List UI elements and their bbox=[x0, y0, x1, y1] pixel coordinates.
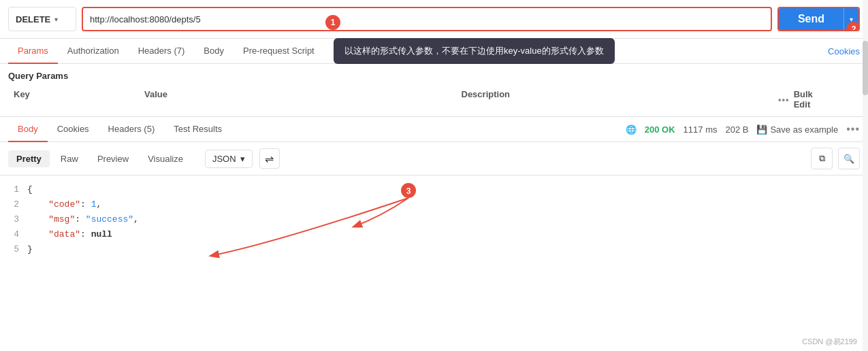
fmt-tab-raw[interactable]: Raw bbox=[52, 150, 86, 167]
json-key-data: "data" bbox=[48, 229, 80, 239]
line-number-4: 4 bbox=[0, 227, 27, 242]
code-content-5: } bbox=[27, 242, 868, 257]
code-line-5: 5 } bbox=[0, 242, 868, 257]
format-select[interactable]: JSON ▾ bbox=[205, 150, 253, 168]
code-content-2: "code": 1, bbox=[27, 197, 868, 212]
save-icon: 💾 bbox=[756, 124, 767, 135]
resp-tab-cookies[interactable]: Cookies bbox=[48, 117, 99, 142]
response-tabs-bar: Body Cookies Headers (5) Test Results 🌐 … bbox=[0, 117, 868, 142]
col-description-header: Description bbox=[462, 89, 779, 110]
json-key-code: "code" bbox=[48, 199, 80, 210]
resp-tab-headers[interactable]: Headers (5) bbox=[99, 117, 165, 142]
watermark: CSDN @易2199 bbox=[802, 337, 857, 347]
annotation-badge-1: 1 bbox=[325, 15, 340, 30]
json-key-msg: "msg" bbox=[48, 214, 75, 224]
copy-button[interactable]: ⧉ bbox=[811, 148, 833, 169]
wrap-lines-button[interactable]: ⇌ bbox=[259, 148, 280, 169]
line-number-5: 5 bbox=[0, 242, 27, 257]
params-table-header: Key Value Description ••• Bulk Edit bbox=[8, 86, 860, 112]
response-size: 202 B bbox=[725, 124, 748, 135]
code-content-1: { bbox=[27, 182, 868, 197]
response-time: 1117 ms bbox=[684, 124, 718, 135]
line-number-1: 1 bbox=[0, 182, 27, 197]
response-section: Body Cookies Headers (5) Test Results 🌐 … bbox=[0, 117, 868, 271]
tooltip: 以这样的形式传入参数，不要在下边使用key-value的形式传入参数 bbox=[334, 38, 615, 64]
col-key-header: Key bbox=[8, 89, 144, 110]
line-number-2: 2 bbox=[0, 197, 27, 212]
send-button-wrap: Send ▾ 2 bbox=[777, 7, 860, 31]
globe-icon: 🌐 bbox=[626, 124, 637, 135]
json-val-msg: "success" bbox=[86, 214, 133, 224]
copy-icon: ⧉ bbox=[819, 153, 825, 164]
url-input-wrap bbox=[82, 7, 772, 31]
send-button[interactable]: Send bbox=[779, 8, 843, 30]
query-params-title: Query Params bbox=[8, 71, 860, 81]
code-area: 1 { 2 "code": 1, 3 "msg": "success", 4 "… bbox=[0, 176, 868, 271]
response-status: 200 OK bbox=[645, 124, 675, 135]
json-val-code: 1 bbox=[91, 199, 97, 210]
format-bar: Pretty Raw Preview Visualize JSON ▾ ⇌ ⧉ … bbox=[0, 142, 868, 176]
code-content-3: "msg": "success", bbox=[27, 212, 868, 227]
col-actions: ••• Bulk Edit bbox=[778, 89, 805, 110]
tab-prerequest[interactable]: Pre-request Script bbox=[234, 39, 324, 64]
response-more-options[interactable]: ••• bbox=[846, 123, 860, 135]
tab-params[interactable]: Params bbox=[8, 39, 58, 64]
save-as-example-button[interactable]: 💾 Save as example bbox=[756, 124, 838, 135]
more-options-icon[interactable]: ••• bbox=[778, 95, 790, 105]
annotation-badge-2: 2 bbox=[846, 22, 860, 31]
code-content-4: "data": null bbox=[27, 227, 868, 242]
save-example-label: Save as example bbox=[770, 124, 838, 135]
chevron-down-icon: ▾ bbox=[54, 16, 58, 23]
code-line-1: 1 { bbox=[0, 182, 868, 197]
scrollbar-thumb[interactable] bbox=[863, 41, 868, 95]
format-chevron-icon: ▾ bbox=[240, 154, 245, 164]
resp-tab-body[interactable]: Body bbox=[8, 117, 48, 142]
tab-headers[interactable]: Headers (7) bbox=[129, 39, 195, 64]
fmt-tab-preview[interactable]: Preview bbox=[89, 150, 137, 167]
code-line-3: 3 "msg": "success", bbox=[0, 212, 868, 227]
code-line-4: 4 "data": null bbox=[0, 227, 868, 242]
resp-tab-testresults[interactable]: Test Results bbox=[164, 117, 231, 142]
tab-authorization[interactable]: Authorization bbox=[58, 39, 129, 64]
url-input[interactable] bbox=[90, 14, 764, 24]
query-params-section: Query Params Key Value Description ••• B… bbox=[0, 64, 868, 117]
search-button[interactable]: 🔍 bbox=[838, 148, 860, 169]
method-label: DELETE bbox=[16, 14, 50, 24]
top-bar: DELETE ▾ 1 以这样的形式传入参数，不要在下边使用key-value的形… bbox=[0, 0, 868, 39]
wrap-icon: ⇌ bbox=[265, 152, 274, 165]
json-val-data: null bbox=[91, 229, 112, 239]
tooltip-text: 以这样的形式传入参数，不要在下边使用key-value的形式传入参数 bbox=[344, 46, 604, 56]
tab-body[interactable]: Body bbox=[194, 39, 234, 64]
scrollbar-track[interactable] bbox=[863, 0, 868, 351]
fmt-tab-pretty[interactable]: Pretty bbox=[8, 150, 50, 167]
search-icon: 🔍 bbox=[843, 154, 854, 164]
method-select[interactable]: DELETE ▾ bbox=[8, 7, 76, 31]
fmt-tab-visualize[interactable]: Visualize bbox=[140, 150, 191, 167]
bulk-edit-label[interactable]: Bulk Edit bbox=[794, 89, 813, 110]
col-value-header: Value bbox=[144, 89, 462, 110]
format-select-value: JSON bbox=[212, 154, 236, 164]
code-line-2: 2 "code": 1, bbox=[0, 197, 868, 212]
line-number-3: 3 bbox=[0, 212, 27, 227]
response-meta: 🌐 200 OK 1117 ms 202 B 💾 Save as example… bbox=[626, 123, 860, 135]
cookies-link[interactable]: Cookies bbox=[828, 39, 860, 63]
